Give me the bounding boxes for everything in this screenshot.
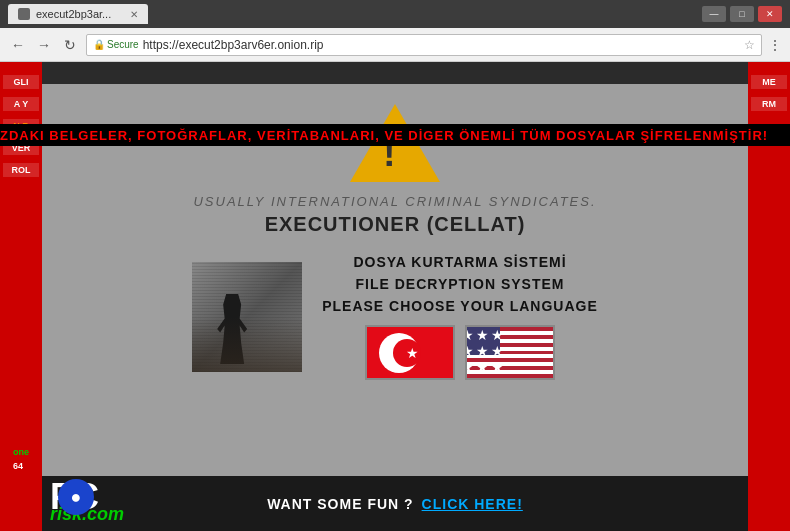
- info-line-1: DOSYA KURTARMA SİSTEMİ: [353, 254, 566, 270]
- minimize-button[interactable]: —: [702, 6, 726, 22]
- pcrisk-icon: ●: [58, 479, 94, 515]
- back-button[interactable]: ←: [8, 37, 28, 53]
- pcrisk-dot-icon: ●: [71, 487, 82, 508]
- tab-favicon: [18, 8, 30, 20]
- star-icon[interactable]: ☆: [744, 38, 755, 52]
- menu-button[interactable]: ⋮: [768, 37, 782, 53]
- side-left-tag-0: GLI: [3, 75, 39, 89]
- lock-icon: 🔒: [93, 39, 105, 50]
- side-right-tag-1: RM: [751, 97, 787, 111]
- us-flag-canton: ★★★★★★★★★: [467, 327, 500, 355]
- top-banner-text: ZDAKI BELGELER, FOTOĞRAFLAR, VERİTABANLA…: [0, 128, 768, 143]
- address-bar: ← → ↻ 🔒 Secure https://execut2bp3arv6er.…: [0, 28, 790, 62]
- pcrisk-logo-area: ● PC risk.com: [50, 479, 124, 523]
- browser-frame: execut2bp3ar... ✕ — □ ✕ ← → ↻ 🔒 Secure h…: [0, 0, 790, 531]
- side-left-extra-1: 64: [13, 461, 29, 471]
- content-area: ZDAKI BELGELER, FOTOĞRAFLAR, VERİTABANLA…: [0, 62, 790, 531]
- side-left-tag-1: A Y: [3, 97, 39, 111]
- click-here-link[interactable]: CLICK HERE!: [422, 496, 523, 512]
- title-bar: execut2bp3ar... ✕ — □ ✕: [0, 0, 790, 28]
- side-right-tag-0: ME: [751, 75, 787, 89]
- flags-row: ★: [365, 325, 555, 380]
- subtitle: USUALLY INTERNATIONAL CRIMINAL SYNDICATE…: [193, 194, 596, 209]
- url-end-icons: ☆: [744, 38, 755, 52]
- middle-section: DOSYA KURTARMA SİSTEMİ FILE DECRYPTION S…: [62, 254, 728, 380]
- top-banner: ZDAKI BELGELER, FOTOĞRAFLAR, VERİTABANLA…: [0, 124, 790, 146]
- side-left-tag-4: ROL: [3, 163, 39, 177]
- tab-label: execut2bp3ar...: [36, 8, 111, 20]
- us-flag[interactable]: ★★★★★★★★★: [465, 325, 555, 380]
- secure-badge: 🔒 Secure: [93, 39, 139, 50]
- forward-button[interactable]: →: [34, 37, 54, 53]
- close-button[interactable]: ✕: [758, 6, 782, 22]
- side-left-extra-0: one: [13, 447, 29, 457]
- title-bar-controls: — □ ✕: [702, 6, 782, 22]
- tab-close-button[interactable]: ✕: [130, 9, 138, 20]
- main-title: EXECUTIONER (CELLAT): [265, 213, 526, 236]
- star-shape: ★: [406, 345, 419, 361]
- info-line-2: FILE DECRYPTION SYSTEM: [356, 276, 565, 292]
- side-right-items: ME RM: [751, 67, 787, 119]
- side-left-extra: one 64: [13, 447, 29, 531]
- browser-tab[interactable]: execut2bp3ar... ✕: [8, 4, 148, 24]
- bottom-want-section: ● PC risk.com WANT SOME FUN ? CLICK HERE…: [42, 476, 748, 531]
- figure-silhouette: [217, 294, 247, 364]
- info-line-3: PLEASE CHOOSE YOUR LANGUAGE: [322, 298, 598, 314]
- info-text: DOSYA KURTARMA SİSTEMİ FILE DECRYPTION S…: [322, 254, 598, 380]
- url-text: https://execut2bp3arv6er.onion.rip: [143, 38, 324, 52]
- turkish-flag[interactable]: ★: [365, 325, 455, 380]
- photo-box: [192, 262, 302, 372]
- secure-label: Secure: [107, 39, 139, 50]
- want-fun-text: WANT SOME FUN ?: [267, 496, 413, 512]
- url-box[interactable]: 🔒 Secure https://execut2bp3arv6er.onion.…: [86, 34, 762, 56]
- crescent-icon: ★: [396, 339, 424, 367]
- refresh-button[interactable]: ↻: [60, 37, 80, 53]
- maximize-button[interactable]: □: [730, 6, 754, 22]
